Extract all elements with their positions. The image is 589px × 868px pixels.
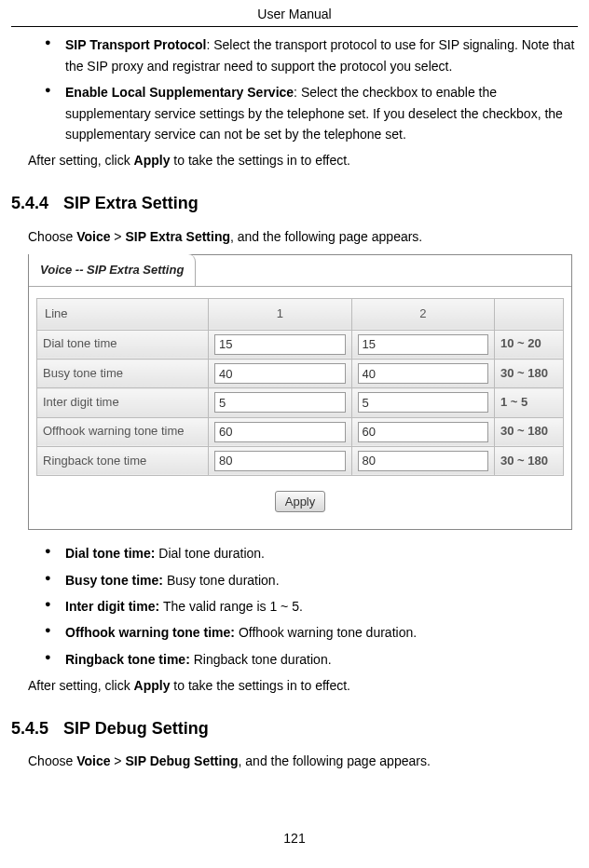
row-range: 30 ~ 180: [495, 417, 564, 446]
text-bold: Voice: [76, 229, 110, 244]
cell-input: [209, 446, 352, 475]
cell-input: [351, 417, 495, 446]
bullet-bold: Enable Local Supplementary Service: [65, 85, 294, 100]
text: Choose: [28, 753, 76, 768]
text: to take the settings in to effect.: [170, 678, 350, 693]
bullet-bold: Ringback tone time:: [65, 652, 194, 667]
table-row: Busy tone time 30 ~ 180: [37, 359, 564, 388]
col-2: 2: [351, 298, 495, 330]
bullet-text: Ringback tone duration.: [194, 652, 332, 667]
section-num: 5.4.5: [11, 715, 63, 742]
text: After setting, click: [28, 678, 134, 693]
choose-545: Choose Voice > SIP Debug Setting, and th…: [28, 751, 578, 771]
table-row: Dial tone time 10 ~ 20: [37, 330, 564, 359]
row-label: Inter digit time: [37, 388, 209, 417]
row-range: 30 ~ 180: [495, 446, 564, 475]
cell-input: [351, 359, 495, 388]
document-header: User Manual: [11, 4, 578, 27]
bullet-text: The valid range is 1 ~ 5.: [163, 599, 303, 614]
tab-row: Voice -- SIP Extra Setting: [29, 255, 571, 287]
text: Choose: [28, 229, 76, 244]
text-bold: Apply: [134, 678, 171, 693]
choose-544: Choose Voice > SIP Extra Setting, and th…: [28, 226, 578, 247]
table-row: Offhook warning tone time 30 ~ 180: [37, 417, 564, 446]
inter-digit-2-input[interactable]: [358, 392, 489, 413]
bullet-text: Dial tone duration.: [158, 546, 265, 561]
cell-input: [351, 330, 495, 359]
row-label: Busy tone time: [37, 359, 209, 388]
bullet-offhook: Offhook warning tone time: Offhook warni…: [47, 622, 578, 643]
table-row: Inter digit time 1 ~ 5: [37, 388, 564, 417]
after-setting-note: After setting, click Apply to take the s…: [28, 150, 578, 170]
text: >: [110, 229, 125, 244]
bullet-dial-tone: Dial tone time: Dial tone duration.: [47, 543, 578, 563]
cell-input: [351, 388, 495, 417]
cell-input: [209, 359, 352, 388]
section-num: 5.4.4: [11, 190, 63, 217]
bullet-text: Busy tone duration.: [167, 573, 280, 588]
col-line: Line: [37, 298, 209, 330]
button-row: Apply: [36, 476, 564, 522]
mid-bullet-list: Dial tone time: Dial tone duration. Busy…: [11, 543, 578, 670]
cell-input: [209, 417, 352, 446]
bullet-bold: Busy tone time:: [65, 573, 167, 588]
row-label: Ringback tone time: [37, 446, 209, 475]
bullet-bold: SIP Transport Protocol: [65, 37, 206, 52]
col-1: 1: [209, 298, 352, 330]
dial-tone-1-input[interactable]: [214, 334, 346, 355]
text: , and the following page appears.: [239, 753, 431, 768]
section-title: SIP Extra Setting: [63, 194, 199, 212]
dial-tone-2-input[interactable]: [358, 334, 489, 355]
section-544-heading: 5.4.4SIP Extra Setting: [11, 190, 578, 217]
cell-input: [351, 446, 495, 475]
offhook-2-input[interactable]: [358, 422, 489, 442]
row-label: Offhook warning tone time: [37, 417, 209, 446]
busy-tone-2-input[interactable]: [358, 363, 489, 384]
tab-sip-extra[interactable]: Voice -- SIP Extra Setting: [29, 254, 196, 286]
after-setting-note-2: After setting, click Apply to take the s…: [28, 675, 578, 696]
section-545-heading: 5.4.5SIP Debug Setting: [11, 715, 578, 742]
bullet-text: Offhook warning tone duration.: [239, 625, 417, 640]
sip-extra-screenshot: Voice -- SIP Extra Setting Line 1 2 Dial…: [28, 254, 572, 530]
cell-input: [209, 330, 352, 359]
row-range: 1 ~ 5: [495, 388, 564, 417]
page-number: 121: [11, 828, 578, 848]
bullet-ringback: Ringback tone time: Ringback tone durati…: [47, 649, 578, 670]
bullet-bold: Inter digit time:: [65, 599, 163, 614]
bullet-inter-digit: Inter digit time: The valid range is 1 ~…: [47, 596, 578, 617]
text-bold: Apply: [134, 153, 171, 168]
row-range: 10 ~ 20: [495, 330, 564, 359]
settings-table: Line 1 2 Dial tone time 10 ~ 20 Busy ton…: [36, 298, 564, 476]
text-bold: Voice: [76, 753, 110, 768]
bullet-sip-transport: SIP Transport Protocol: Select the trans…: [47, 34, 578, 76]
col-range: [495, 298, 564, 330]
ringback-2-input[interactable]: [358, 451, 489, 471]
settings-pane: Line 1 2 Dial tone time 10 ~ 20 Busy ton…: [29, 287, 571, 529]
text: After setting, click: [28, 153, 134, 168]
text: >: [110, 753, 125, 768]
text-bold: SIP Debug Setting: [125, 753, 238, 768]
text-bold: SIP Extra Setting: [125, 229, 230, 244]
offhook-1-input[interactable]: [214, 422, 346, 442]
ringback-1-input[interactable]: [214, 451, 346, 471]
row-range: 30 ~ 180: [495, 359, 564, 388]
apply-button[interactable]: Apply: [275, 491, 326, 512]
busy-tone-1-input[interactable]: [214, 363, 346, 384]
bullet-busy-tone: Busy tone time: Busy tone duration.: [47, 570, 578, 590]
table-header-row: Line 1 2: [37, 298, 564, 330]
text: to take the settings in to effect.: [170, 153, 350, 168]
cell-input: [209, 388, 352, 417]
section-title: SIP Debug Setting: [63, 719, 209, 738]
bullet-enable-local: Enable Local Supplementary Service: Sele…: [47, 82, 578, 144]
row-label: Dial tone time: [37, 330, 209, 359]
table-row: Ringback tone time 30 ~ 180: [37, 446, 564, 475]
bullet-bold: Offhook warning tone time:: [65, 625, 239, 640]
text: , and the following page appears.: [230, 229, 422, 244]
bullet-bold: Dial tone time:: [65, 546, 158, 561]
inter-digit-1-input[interactable]: [214, 392, 346, 413]
top-bullet-list: SIP Transport Protocol: Select the trans…: [11, 34, 578, 144]
